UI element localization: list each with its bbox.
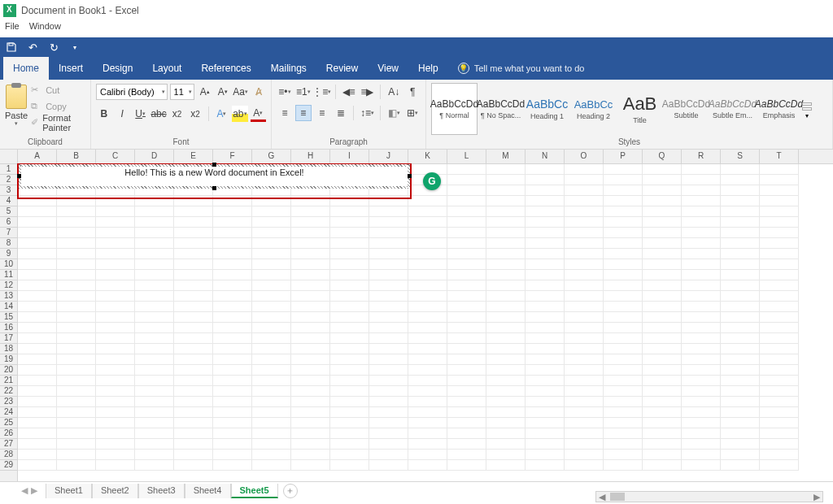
cell[interactable] bbox=[96, 270, 135, 280]
cell[interactable] bbox=[565, 291, 604, 302]
cell[interactable] bbox=[213, 333, 252, 344]
cell[interactable] bbox=[760, 323, 799, 333]
cell[interactable] bbox=[57, 344, 96, 354]
cell[interactable] bbox=[604, 323, 643, 333]
cell[interactable] bbox=[526, 280, 565, 291]
cell-grid[interactable] bbox=[18, 164, 833, 471]
cell[interactable] bbox=[330, 376, 369, 386]
row-header-19[interactable]: 19 bbox=[0, 354, 17, 365]
cell[interactable] bbox=[96, 238, 135, 249]
cell[interactable] bbox=[721, 185, 760, 196]
cell[interactable] bbox=[604, 280, 643, 291]
cell[interactable] bbox=[604, 397, 643, 407]
cell[interactable] bbox=[486, 344, 526, 354]
cell[interactable] bbox=[291, 354, 330, 365]
cell[interactable] bbox=[447, 270, 486, 280]
cell[interactable] bbox=[760, 439, 799, 450]
cell[interactable] bbox=[369, 450, 408, 460]
cell[interactable] bbox=[526, 196, 565, 206]
cell[interactable] bbox=[18, 407, 57, 418]
cell[interactable] bbox=[96, 365, 135, 376]
cell[interactable] bbox=[174, 238, 213, 249]
cell[interactable] bbox=[643, 312, 682, 323]
cell[interactable] bbox=[213, 386, 252, 397]
cell[interactable] bbox=[486, 175, 526, 185]
cell[interactable] bbox=[330, 259, 369, 270]
column-header-A[interactable]: A bbox=[18, 150, 57, 163]
cell[interactable] bbox=[721, 291, 760, 302]
cell[interactable] bbox=[135, 249, 174, 259]
cell[interactable] bbox=[252, 344, 291, 354]
cell[interactable] bbox=[408, 386, 447, 397]
cell[interactable] bbox=[18, 386, 57, 397]
cell[interactable] bbox=[252, 418, 291, 428]
cell[interactable] bbox=[526, 344, 565, 354]
cell[interactable] bbox=[682, 428, 721, 439]
column-header-T[interactable]: T bbox=[760, 150, 799, 163]
cell[interactable] bbox=[213, 270, 252, 280]
cell[interactable] bbox=[213, 439, 252, 450]
cell[interactable] bbox=[369, 323, 408, 333]
cell[interactable] bbox=[135, 217, 174, 228]
cell[interactable] bbox=[760, 386, 799, 397]
cell[interactable] bbox=[135, 439, 174, 450]
cell[interactable] bbox=[213, 418, 252, 428]
cell[interactable] bbox=[682, 217, 721, 228]
row-header-14[interactable]: 14 bbox=[0, 302, 17, 312]
cell[interactable] bbox=[526, 460, 565, 471]
tell-me-search[interactable]: 💡 Tell me what you want to do bbox=[458, 57, 585, 80]
cell[interactable] bbox=[408, 344, 447, 354]
cell[interactable] bbox=[213, 196, 252, 206]
cell[interactable] bbox=[447, 365, 486, 376]
column-header-E[interactable]: E bbox=[174, 150, 213, 163]
cell[interactable] bbox=[565, 196, 604, 206]
cell[interactable] bbox=[565, 407, 604, 418]
cell[interactable] bbox=[486, 259, 526, 270]
cell[interactable] bbox=[57, 249, 96, 259]
cell[interactable] bbox=[447, 249, 486, 259]
cell[interactable] bbox=[721, 333, 760, 344]
cell[interactable] bbox=[643, 206, 682, 217]
cell[interactable] bbox=[565, 312, 604, 323]
cell[interactable] bbox=[565, 323, 604, 333]
cell[interactable] bbox=[18, 344, 57, 354]
cell[interactable] bbox=[213, 228, 252, 238]
cell[interactable] bbox=[760, 333, 799, 344]
cell[interactable] bbox=[486, 365, 526, 376]
cell[interactable] bbox=[721, 439, 760, 450]
cell[interactable] bbox=[96, 386, 135, 397]
cell[interactable] bbox=[408, 291, 447, 302]
cell[interactable] bbox=[565, 228, 604, 238]
cell[interactable] bbox=[486, 185, 526, 196]
cell[interactable] bbox=[447, 206, 486, 217]
cell[interactable] bbox=[682, 333, 721, 344]
cell[interactable] bbox=[369, 460, 408, 471]
scrollbar-thumb[interactable] bbox=[610, 493, 625, 501]
cell[interactable] bbox=[408, 365, 447, 376]
cell[interactable] bbox=[682, 280, 721, 291]
cell[interactable] bbox=[643, 333, 682, 344]
resize-handle[interactable] bbox=[212, 186, 216, 190]
cell[interactable] bbox=[604, 354, 643, 365]
cell[interactable] bbox=[604, 376, 643, 386]
cell[interactable] bbox=[252, 397, 291, 407]
cell[interactable] bbox=[565, 376, 604, 386]
row-header-26[interactable]: 26 bbox=[0, 428, 17, 439]
cell[interactable] bbox=[604, 228, 643, 238]
cell[interactable] bbox=[57, 291, 96, 302]
cell[interactable] bbox=[721, 365, 760, 376]
row-header-28[interactable]: 28 bbox=[0, 450, 17, 460]
cell[interactable] bbox=[643, 217, 682, 228]
cell[interactable] bbox=[682, 418, 721, 428]
cell[interactable] bbox=[721, 196, 760, 206]
cell[interactable] bbox=[486, 249, 526, 259]
cell[interactable] bbox=[330, 450, 369, 460]
cell[interactable] bbox=[604, 439, 643, 450]
cell[interactable] bbox=[18, 196, 57, 206]
column-header-S[interactable]: S bbox=[721, 150, 760, 163]
cell[interactable] bbox=[604, 196, 643, 206]
cell[interactable] bbox=[330, 291, 369, 302]
cell[interactable] bbox=[643, 418, 682, 428]
cell[interactable] bbox=[135, 238, 174, 249]
cell[interactable] bbox=[760, 228, 799, 238]
